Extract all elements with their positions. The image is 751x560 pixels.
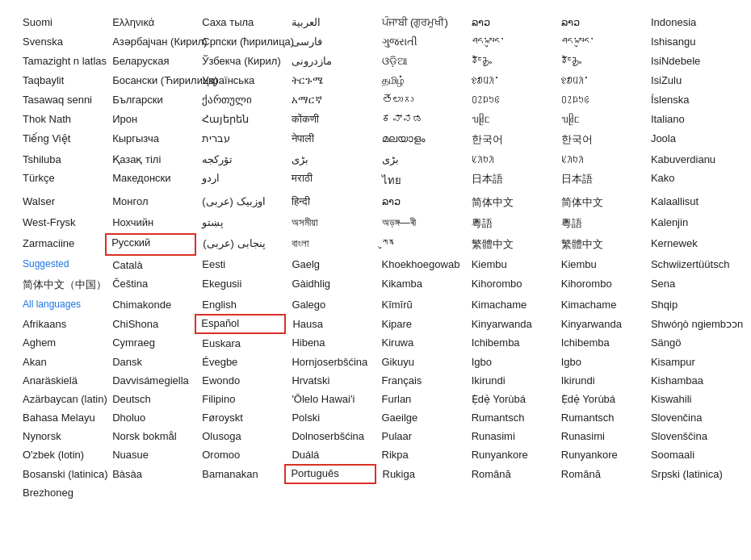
language-item[interactable]: Català [106, 255, 195, 274]
language-item[interactable]: Rukiga [376, 465, 465, 483]
language-item[interactable]: Rikpa [376, 445, 465, 465]
language-item[interactable]: Ẹ̀dẹ̀ Yorùbá [555, 390, 644, 408]
language-item[interactable]: ไทย [376, 169, 465, 192]
language-item[interactable]: Oromoo [195, 445, 285, 465]
language-item[interactable]: Taqbaylit [16, 71, 106, 90]
language-item[interactable]: Português [285, 465, 375, 483]
language-item[interactable]: አማርኛ [285, 90, 375, 110]
language-item[interactable]: Kimachame [465, 295, 555, 315]
language-item[interactable]: All languages [16, 295, 106, 315]
language-item[interactable]: Igbo [555, 353, 644, 371]
language-item[interactable]: Kishambaa [644, 371, 734, 390]
language-item[interactable]: Ẹ̀dẹ̀ Yorùbá [465, 390, 555, 408]
language-item[interactable]: Runasimi [465, 427, 555, 445]
language-item[interactable]: ქართული [195, 90, 285, 110]
language-item[interactable]: Suomi [16, 13, 106, 32]
language-item[interactable]: Dansk [106, 353, 195, 371]
language-item[interactable]: ᥔᥪᥴ [555, 110, 644, 129]
language-item[interactable]: Igbo [465, 353, 555, 371]
language-item[interactable]: فارسی [285, 32, 375, 52]
language-item[interactable]: اوزبیک (عربی) [195, 192, 285, 213]
language-item[interactable]: Română [555, 465, 644, 483]
language-item[interactable]: Ichibemba [465, 333, 555, 353]
language-item[interactable]: Deutsch [106, 390, 195, 408]
language-item[interactable]: नेपाली [285, 129, 375, 150]
language-item[interactable]: Kisampur [644, 353, 734, 371]
language-item[interactable]: Rumantsch [555, 408, 644, 427]
language-item[interactable]: Tiếng Việt [16, 129, 106, 150]
language-item[interactable]: Монгол [106, 192, 195, 213]
language-item[interactable]: ᱥᱤᱠᱤ [555, 150, 644, 169]
language-item[interactable]: Hornjoserbšćina [285, 353, 375, 371]
language-item[interactable]: Нохчийн [106, 213, 195, 234]
language-item[interactable]: 简体中文 [465, 192, 555, 213]
language-item[interactable]: Español [195, 315, 285, 333]
language-item[interactable]: العربية [285, 13, 375, 32]
language-item[interactable]: مازدرونی [285, 52, 375, 71]
language-item[interactable]: ཤད་སྐུང་ [465, 32, 555, 52]
language-item[interactable]: West-Frysk [16, 213, 106, 234]
language-item[interactable]: O'zbek (lotin) [16, 445, 106, 465]
language-item[interactable]: ᱛᱮᱞᱩᱜ [465, 90, 555, 110]
language-item[interactable]: Kihorombo [555, 274, 644, 295]
language-item[interactable]: অসমীয়া [285, 213, 375, 234]
language-item[interactable]: Cymraeg [106, 333, 195, 353]
language-item[interactable]: Nuasue [106, 445, 195, 465]
language-item[interactable]: 'Ōlelo Hawai'i [285, 390, 375, 408]
language-item[interactable]: Беларуская [106, 52, 195, 71]
language-item[interactable]: മലയാളം [376, 129, 465, 150]
language-item[interactable]: Kinyarwanda [465, 315, 555, 333]
language-item[interactable]: پښتو [195, 213, 285, 234]
language-item[interactable]: 粵語 [465, 213, 555, 234]
language-item[interactable]: Kiembu [555, 255, 644, 274]
language-item[interactable]: Ichibemba [555, 333, 644, 353]
language-item[interactable]: ລາວ [465, 13, 555, 32]
language-item[interactable]: অড়ঙ্গ—ৰী [376, 213, 465, 234]
language-item[interactable]: Саха тыла [195, 13, 285, 32]
language-item[interactable]: Duálá [285, 445, 375, 465]
language-item[interactable]: ລາວ [555, 13, 644, 32]
language-item[interactable]: Davvisámegiella [106, 371, 195, 390]
language-item[interactable]: Română [465, 465, 555, 483]
language-item[interactable]: Kimachame [555, 295, 644, 315]
language-item[interactable]: Bahasa Melayu [16, 408, 106, 427]
language-item[interactable]: Runasimi [555, 427, 644, 445]
language-item[interactable]: Polski [285, 408, 375, 427]
language-item[interactable]: Hrvatski [285, 371, 375, 390]
language-item[interactable]: Zarmaciine [16, 234, 106, 255]
language-item[interactable]: Français [376, 371, 465, 390]
language-item[interactable]: Ekegusii [195, 274, 285, 295]
language-item[interactable]: Čeština [106, 274, 195, 295]
language-item[interactable]: Tshiluba [16, 150, 106, 169]
language-item[interactable]: Ελληνικά [106, 13, 195, 32]
language-item[interactable]: Schwiizertüütsch [644, 255, 734, 274]
language-item[interactable]: Svenska [16, 32, 106, 52]
language-item[interactable]: Gaeilge [376, 408, 465, 427]
language-item[interactable]: ગુજરાતી [376, 32, 465, 52]
language-item[interactable]: ᱫᱟᱢᱤᱸ [465, 71, 555, 90]
language-item[interactable]: Runyankore [555, 445, 644, 465]
language-item[interactable]: Türkçe [16, 169, 106, 192]
language-item[interactable]: Gaelg [285, 255, 375, 274]
language-item[interactable]: ትርጉሜ [285, 71, 375, 90]
language-item[interactable]: 繁體中文 [555, 234, 644, 255]
language-item[interactable]: Kiembu [465, 255, 555, 274]
language-item[interactable]: بڑی [285, 150, 375, 169]
language-item[interactable]: Tamazight n latlas [16, 52, 106, 71]
language-item[interactable]: Walser [16, 192, 106, 213]
language-item[interactable]: ਪੰਜਾਬੀ (ਗੁਰਮੁਖੀ) [376, 13, 465, 32]
language-item[interactable]: Galego [285, 295, 375, 315]
language-item[interactable]: Suggested [16, 255, 106, 274]
language-item[interactable]: Ewondo [195, 371, 285, 390]
language-item[interactable]: हिन्दी [285, 192, 375, 213]
language-item[interactable]: Български [106, 90, 195, 110]
language-item[interactable]: Aghem [16, 333, 106, 353]
language-item[interactable]: Chimakonde [106, 295, 195, 315]
language-item[interactable]: Кыргызча [106, 129, 195, 150]
language-item[interactable]: Kako [644, 169, 734, 192]
language-item[interactable]: Tasawaq senni [16, 90, 106, 110]
language-item[interactable]: 粵語 [555, 213, 644, 234]
language-item[interactable]: تۆركجه [195, 150, 285, 169]
language-item[interactable]: Sängö [644, 333, 734, 353]
language-item[interactable]: ᱛᱮᱞᱩᱜ [555, 90, 644, 110]
